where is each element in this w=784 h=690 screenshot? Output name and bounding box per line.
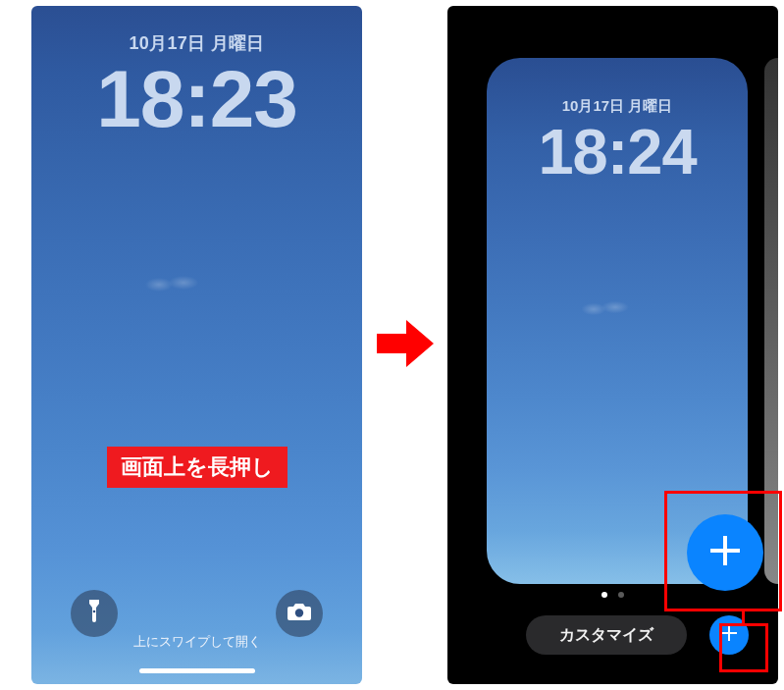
plus-icon: [706, 531, 745, 574]
preview-wallpaper-cloud: [580, 298, 629, 318]
plus-icon: [719, 623, 739, 647]
lockscreen-phone: 10月17日 月曜日 18:23 画面上を長押し 上にスワイプして開く: [31, 6, 362, 684]
svg-point-0: [93, 610, 96, 613]
transition-arrow-icon: [377, 316, 434, 371]
highlight-connector: [742, 611, 745, 625]
flashlight-button[interactable]: [71, 590, 118, 637]
next-preview-peek[interactable]: [764, 58, 778, 584]
page-dot-active: [601, 592, 607, 598]
customize-button-label: カスタマイズ: [559, 625, 653, 646]
lockscreen-time: 18:23: [31, 53, 362, 145]
add-new-button-zoom[interactable]: [687, 514, 763, 591]
swipe-hint: 上にスワイプして開く: [31, 633, 362, 651]
customize-button[interactable]: カスタマイズ: [526, 615, 687, 655]
lockscreen-date: 10月17日 月曜日: [31, 31, 362, 55]
wallpaper-cloud: [144, 273, 201, 294]
flashlight-icon: [83, 599, 105, 628]
page-dot: [618, 592, 624, 598]
lockscreen-preview-card[interactable]: 10月17日 月曜日 18:24: [487, 58, 748, 584]
camera-icon: [287, 601, 312, 626]
svg-point-1: [295, 609, 303, 616]
preview-time: 18:24: [487, 115, 748, 188]
home-indicator[interactable]: [139, 668, 255, 673]
preview-date: 10月17日 月曜日: [487, 97, 748, 116]
camera-button[interactable]: [276, 590, 323, 637]
instruction-callout: 画面上を長押し: [107, 447, 287, 488]
